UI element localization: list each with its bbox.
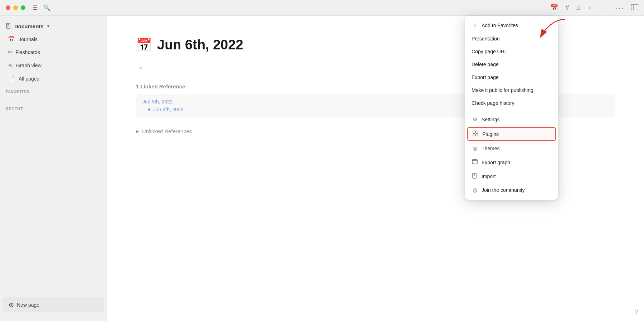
- svg-rect-7: [476, 131, 478, 133]
- page-emoji: 📅: [136, 38, 152, 53]
- page-title-text: Jun 6th, 2022: [157, 37, 243, 53]
- forward-icon[interactable]: →: [601, 4, 609, 12]
- back-icon[interactable]: ←: [587, 4, 594, 12]
- bullet-dot: [140, 67, 142, 69]
- documents-header[interactable]: Documents ▾: [0, 20, 107, 33]
- check-history-label: Check page history: [472, 100, 514, 106]
- menu-separator-1: [465, 111, 558, 111]
- dropdown-menu: ☆ Add to Favorites Presentation Copy pag…: [465, 16, 558, 200]
- menu-item-themes[interactable]: ◎ Themes: [465, 142, 558, 155]
- more-button[interactable]: ···: [616, 4, 624, 12]
- svg-rect-10: [472, 160, 477, 164]
- journals-label: Journals: [19, 37, 38, 42]
- menu-item-import[interactable]: Import: [465, 169, 558, 183]
- menu-item-join-community[interactable]: ◎ Join the community: [465, 183, 558, 197]
- home-icon[interactable]: ⌂: [576, 4, 580, 11]
- all-pages-icon: 📄: [8, 75, 15, 82]
- join-community-label: Join the community: [482, 187, 525, 193]
- copy-url-label: Copy page URL: [472, 49, 507, 54]
- plugins-icon: [472, 131, 479, 137]
- documents-icon: [6, 23, 11, 30]
- new-page-plus-icon: ⊕: [9, 301, 14, 309]
- plugins-label: Plugins: [482, 131, 499, 137]
- hash-icon[interactable]: #: [565, 4, 569, 11]
- maximize-button[interactable]: [21, 5, 25, 10]
- new-page-button[interactable]: ⊕ New page: [3, 297, 104, 312]
- search-icon[interactable]: 🔍: [43, 4, 50, 11]
- menu-item-add-favorites[interactable]: ☆ Add to Favorites: [465, 19, 558, 32]
- new-page-label: New page: [17, 302, 39, 308]
- export-page-label: Export page: [472, 74, 499, 80]
- sidebar-footer: ⊕ New page: [0, 293, 107, 317]
- svg-rect-8: [473, 134, 475, 136]
- menu-item-settings[interactable]: ⚙ Settings: [465, 113, 558, 126]
- graph-view-label: Graph view: [16, 63, 42, 68]
- menu-item-make-public[interactable]: Make it public for publishing: [465, 84, 558, 97]
- sidebar-item-journals[interactable]: 📅 Journals: [2, 33, 105, 45]
- traffic-lights: [6, 5, 25, 10]
- calendar-icon[interactable]: 📅: [550, 4, 558, 12]
- menu-item-plugins[interactable]: Plugins: [467, 127, 556, 141]
- main-content: 📅 Jun 6th, 2022 1 Linked Reference Jun 5…: [107, 16, 644, 321]
- sidebar-item-flashcards[interactable]: ∞ Flashcards: [2, 46, 105, 58]
- presentation-label: Presentation: [472, 36, 500, 42]
- delete-page-label: Delete page: [472, 62, 499, 67]
- menu-label-add-favorites: Add to Favorites: [482, 23, 518, 28]
- community-icon: ◎: [472, 187, 478, 193]
- favorites-section-label: FAVORITES: [0, 85, 107, 95]
- star-icon: ☆: [472, 22, 478, 29]
- unlinked-refs-label: Unlinked References: [142, 128, 192, 134]
- sidebar-item-graph-view[interactable]: ✳ Graph view: [2, 59, 105, 72]
- close-button[interactable]: [6, 5, 10, 10]
- titlebar-icons: ☰ 🔍: [33, 4, 50, 11]
- titlebar: ☰ 🔍 📅 # ⌂ ← → ···: [0, 0, 644, 16]
- settings-label: Settings: [482, 117, 500, 122]
- menu-item-copy-url[interactable]: Copy page URL: [465, 45, 558, 58]
- sidebar: Documents ▾ 📅 Journals ∞ Flashcards ✳ Gr…: [0, 16, 107, 321]
- flashcards-icon: ∞: [8, 49, 12, 55]
- svg-rect-9: [476, 134, 478, 136]
- make-public-label: Make it public for publishing: [472, 87, 533, 93]
- help-button[interactable]: ?: [635, 309, 638, 315]
- import-icon: [472, 173, 478, 180]
- menu-item-check-history[interactable]: Check page history: [465, 97, 558, 110]
- menu-item-export-graph[interactable]: Export graph: [465, 155, 558, 169]
- menu-item-delete-page[interactable]: Delete page: [465, 58, 558, 71]
- settings-icon: ⚙: [472, 116, 478, 123]
- documents-label: Documents: [14, 23, 44, 29]
- linked-ref-child-link[interactable]: Jun 6th, 2022: [153, 107, 184, 112]
- themes-label: Themes: [482, 146, 500, 151]
- menu-item-presentation[interactable]: Presentation: [465, 32, 558, 45]
- all-pages-label: All pages: [19, 76, 39, 82]
- sidebar-item-all-pages[interactable]: 📄 All pages: [2, 72, 105, 85]
- themes-icon: ◎: [472, 145, 478, 152]
- svg-rect-0: [631, 4, 638, 10]
- sidebar-toggle-icon[interactable]: [631, 4, 638, 11]
- documents-dropdown-arrow: ▾: [47, 24, 49, 29]
- svg-rect-6: [473, 131, 475, 133]
- export-graph-icon: [472, 159, 478, 166]
- titlebar-right: 📅 # ⌂ ← → ···: [550, 4, 638, 12]
- ref-bullet: [148, 108, 150, 111]
- menu-icon[interactable]: ☰: [33, 4, 38, 11]
- flashcards-label: Flashcards: [15, 49, 40, 55]
- export-graph-label: Export graph: [482, 160, 510, 165]
- menu-item-export-page[interactable]: Export page: [465, 71, 558, 84]
- minimize-button[interactable]: [13, 5, 18, 10]
- journals-icon: 📅: [8, 36, 15, 43]
- collapse-arrow-icon: ▶: [136, 129, 139, 134]
- recent-section-label: RECENT: [0, 102, 107, 112]
- graph-view-icon: ✳: [8, 62, 13, 69]
- import-label: Import: [482, 174, 496, 179]
